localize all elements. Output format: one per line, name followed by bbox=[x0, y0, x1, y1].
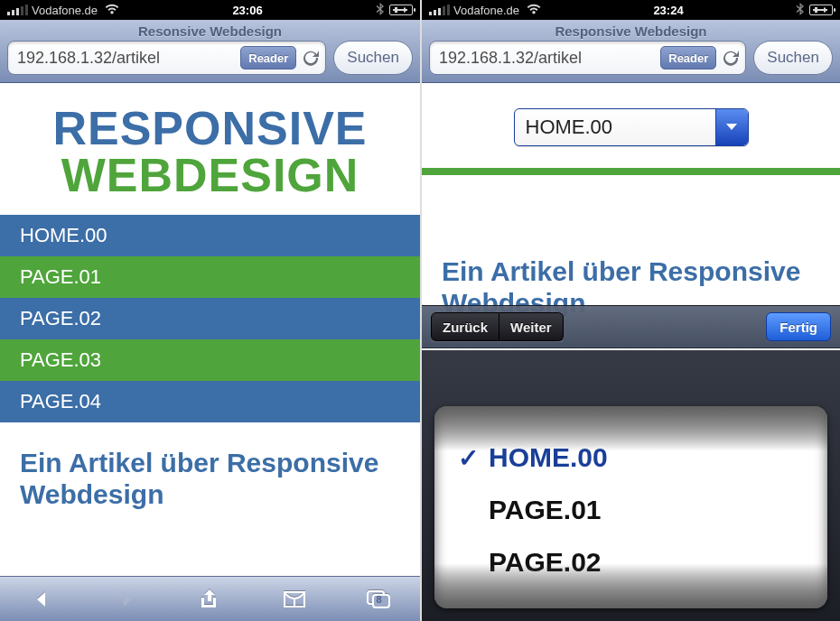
article-heading: Ein Artikel über Responsive Webdesign bbox=[20, 448, 400, 510]
picker-option-home[interactable]: ✓ HOME.00 bbox=[456, 431, 806, 484]
logo-line1: RESPONSIVE bbox=[0, 105, 420, 152]
status-bar: Vodafone.de 23:24 bbox=[422, 0, 840, 20]
search-button[interactable]: Suchen bbox=[753, 41, 833, 75]
next-button[interactable]: Weiter bbox=[499, 312, 564, 341]
safari-bottom-toolbar: 8 bbox=[0, 576, 420, 621]
battery-icon bbox=[809, 5, 833, 15]
wifi-icon bbox=[527, 4, 541, 17]
bookmarks-button[interactable] bbox=[278, 583, 311, 616]
picker-option-page02[interactable]: ✓ PAGE.02 bbox=[456, 536, 806, 589]
prev-next-segment: Zurück Weiter bbox=[431, 312, 564, 341]
carrier-label: Vodafone.de bbox=[453, 4, 519, 17]
picker: ✓ HOME.00 ✓ PAGE.01 ✓ PAGE.02 bbox=[422, 350, 840, 621]
clock: 23:06 bbox=[119, 4, 376, 17]
url-text: 192.168.1.32/artikel bbox=[439, 49, 660, 68]
safari-top-chrome: Resonsive Webdesign 192.168.1.32/artikel… bbox=[0, 20, 420, 83]
check-icon: ✓ bbox=[456, 443, 480, 473]
page-title: Resonsive Webdesign bbox=[0, 20, 420, 41]
divider bbox=[422, 168, 840, 175]
nav-item-page04[interactable]: PAGE.04 bbox=[0, 381, 420, 422]
url-field[interactable]: 192.168.1.32/artikel Reader bbox=[429, 41, 746, 75]
clock: 23:24 bbox=[541, 4, 796, 17]
nav-select-value: HOME.00 bbox=[526, 116, 613, 139]
nav-item-page01[interactable]: PAGE.01 bbox=[0, 256, 420, 298]
battery-icon bbox=[389, 5, 413, 15]
wifi-icon bbox=[105, 4, 119, 17]
site-logo: RESPONSIVE WEBDESIGN bbox=[0, 83, 420, 215]
article: Ein Artikel über Responsive Webdesign bbox=[0, 422, 420, 519]
picker-option-page01[interactable]: ✓ PAGE.01 bbox=[456, 484, 806, 536]
safari-top-chrome: Responsive Webdesign 192.168.1.32/artike… bbox=[422, 20, 840, 83]
reader-button[interactable]: Reader bbox=[240, 46, 296, 70]
status-bar: Vodafone.de 23:06 bbox=[0, 0, 420, 20]
tabs-count: 8 bbox=[377, 594, 382, 605]
forward-button[interactable] bbox=[110, 583, 143, 616]
nav-item-home[interactable]: HOME.00 bbox=[0, 215, 420, 256]
phone-left: Vodafone.de 23:06 Resonsive Webdesign 19… bbox=[0, 0, 420, 621]
logo-line2: WEBDESIGN bbox=[0, 152, 420, 199]
back-button[interactable] bbox=[26, 583, 59, 616]
signal-icon bbox=[429, 5, 450, 15]
input-accessory-bar: Zurück Weiter Fertig bbox=[422, 305, 840, 348]
signal-icon bbox=[7, 5, 28, 15]
reader-button[interactable]: Reader bbox=[660, 46, 716, 70]
phone-right: Vodafone.de 23:24 Responsive Webdesign 1… bbox=[420, 0, 840, 621]
picker-wheel[interactable]: ✓ HOME.00 ✓ PAGE.01 ✓ PAGE.02 bbox=[434, 406, 827, 608]
nav-item-page02[interactable]: PAGE.02 bbox=[0, 298, 420, 339]
nav-list: HOME.00 PAGE.01 PAGE.02 PAGE.03 PAGE.04 bbox=[0, 215, 420, 422]
page-content: HOME.00 Ein Artikel über Responsive Webd… bbox=[422, 83, 840, 328]
page-title: Responsive Webdesign bbox=[422, 20, 840, 41]
bluetooth-icon bbox=[376, 3, 384, 18]
reload-icon[interactable] bbox=[300, 47, 322, 69]
url-text: 192.168.1.32/artikel bbox=[17, 49, 240, 68]
picker-option-label: HOME.00 bbox=[489, 442, 608, 473]
search-button[interactable]: Suchen bbox=[333, 41, 413, 75]
done-button[interactable]: Fertig bbox=[766, 312, 831, 341]
reload-icon[interactable] bbox=[720, 47, 742, 69]
page-content: RESPONSIVE WEBDESIGN HOME.00 PAGE.01 PAG… bbox=[0, 83, 420, 519]
prev-button[interactable]: Zurück bbox=[431, 312, 499, 341]
picker-option-label: PAGE.02 bbox=[489, 547, 602, 578]
tabs-button[interactable]: 8 bbox=[362, 583, 395, 616]
nav-item-page03[interactable]: PAGE.03 bbox=[0, 339, 420, 381]
url-field[interactable]: 192.168.1.32/artikel Reader bbox=[7, 41, 326, 75]
share-button[interactable] bbox=[194, 583, 227, 616]
bluetooth-icon bbox=[796, 3, 804, 18]
picker-option-label: PAGE.01 bbox=[489, 495, 602, 525]
carrier-label: Vodafone.de bbox=[32, 4, 98, 17]
nav-select[interactable]: HOME.00 bbox=[514, 108, 749, 146]
chevron-down-icon bbox=[715, 109, 748, 145]
